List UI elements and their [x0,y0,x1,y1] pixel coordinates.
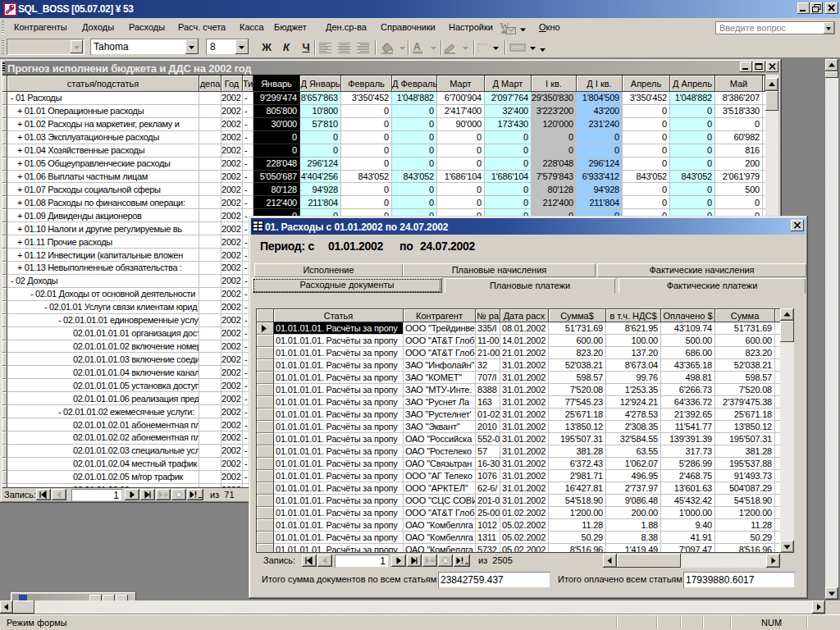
svg-text:А: А [413,41,421,52]
